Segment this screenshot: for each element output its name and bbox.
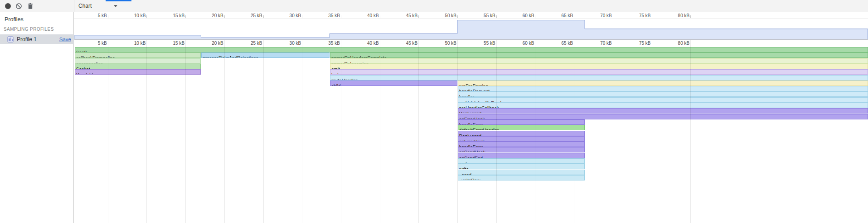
profile-icon: [7, 36, 14, 43]
flame-frame[interactable]: handler: [458, 91, 868, 97]
overview-skyline: [75, 20, 868, 39]
record-button[interactable]: [3, 1, 13, 11]
flame-frame[interactable]: _send: [458, 170, 585, 175]
clear-icon: [15, 3, 22, 9]
ruler-tick: [302, 15, 302, 18]
chart-ruler: [74, 40, 868, 47]
flame-frame[interactable]: onErrorHook: [458, 136, 585, 142]
flame-frame[interactable]: child: [330, 81, 457, 86]
overview-graph[interactable]: [0, 18, 868, 40]
trash-icon: [27, 3, 34, 9]
flame-frame-label: child: [330, 84, 341, 86]
save-profile-link[interactable]: Save: [59, 37, 71, 42]
ruler-tick: [224, 15, 225, 18]
flame-frame[interactable]: write_: [458, 164, 585, 169]
flame-frame-label: Readable.on: [75, 73, 102, 75]
ruler-tick: [146, 15, 147, 18]
sidebar-title: Profiles: [5, 16, 24, 23]
flame-frame-label: lookup: [330, 73, 344, 75]
flame-frame[interactable]: Readable.on: [75, 69, 201, 75]
ruler-tick: [535, 15, 535, 18]
ruler-tick: [574, 15, 574, 18]
flame-frame[interactable]: processTicksAndRejections: [201, 52, 330, 58]
flame-frame[interactable]: preValidationCallback: [458, 97, 868, 103]
flame-frame[interactable]: _writeRaw: [458, 175, 585, 180]
flame-frame[interactable]: Reply.send: [458, 108, 868, 114]
ruler-tick: [108, 15, 108, 18]
profiler-toolbar: Chart: [0, 0, 868, 12]
ruler-tick: [380, 15, 380, 18]
ruler-tick: [496, 15, 497, 18]
flame-frame[interactable]: end: [458, 158, 585, 164]
overview-ruler: [74, 12, 868, 18]
flame-frame[interactable]: defaultErrorHandler: [458, 125, 585, 130]
flame-frame[interactable]: callbackTrampoline: [75, 52, 201, 58]
top-accent-line: [106, 0, 131, 1]
chevron-down-icon: [114, 5, 117, 7]
chart-view-select[interactable]: Chart: [76, 1, 121, 10]
toolbar-divider: [74, 0, 74, 12]
flame-frame[interactable]: (root): [75, 47, 868, 52]
profiles-sidebar: Profiles SAMPLING PROFILES Profile 1 Sav…: [0, 12, 74, 223]
devtools-profiler-panel: 5 kB5 kB10 kB10 kB15 kB15 kB20 kB20 kB25…: [0, 0, 868, 223]
profile-name: Profile 1: [17, 36, 37, 43]
flame-frame[interactable]: Socket: [75, 64, 201, 69]
gridline: [224, 40, 225, 223]
ruler-tick: [185, 15, 186, 18]
flame-frame[interactable]: onSendHook: [458, 147, 585, 152]
flame-frame-label: processTicksAndRejections: [202, 56, 258, 58]
chart-view-select-value: Chart: [78, 3, 92, 9]
ruler-tick: [690, 15, 691, 18]
flame-frame[interactable]: parserOnIncoming: [330, 58, 868, 64]
ruler-tick: [418, 15, 419, 18]
delete-profile-button[interactable]: [25, 1, 35, 11]
sampling-profiles-header: SAMPLING PROFILES: [4, 27, 54, 32]
flame-frame[interactable]: handleError: [458, 119, 585, 125]
ruler-tick: [652, 15, 652, 18]
flame-frame[interactable]: routeHandler: [330, 75, 868, 81]
record-icon: [5, 3, 11, 9]
flame-frame-label: onSendEnd: [458, 156, 483, 158]
flame-frame-label: preValidationCallback: [458, 100, 503, 103]
flame-frame-label: _writeRaw: [458, 178, 480, 180]
profile-item[interactable]: Profile 1 Save: [0, 34, 74, 44]
flame-frame[interactable]: Reply.send: [458, 131, 585, 136]
flame-frame[interactable]: lookup: [330, 69, 868, 75]
gridline: [263, 40, 264, 223]
flame-frame[interactable]: runPreParsing: [458, 81, 868, 86]
ruler-tick: [341, 15, 341, 18]
flame-frame[interactable]: emit: [330, 64, 868, 69]
ruler-tick: [613, 15, 613, 18]
gridline: [302, 40, 302, 223]
flame-frame[interactable]: parserOnHeadersComplete: [330, 52, 868, 58]
clear-profiles-button[interactable]: [14, 1, 24, 11]
flame-frame[interactable]: handleRequest: [458, 86, 868, 91]
divider: [74, 18, 868, 19]
flame-frame[interactable]: onErrorHook: [458, 114, 868, 119]
flame-frame[interactable]: preHandlerCallback: [458, 103, 868, 108]
flame-frame[interactable]: onSendEnd: [458, 153, 585, 158]
ruler-tick: [457, 15, 458, 18]
ruler-tick: [263, 15, 264, 18]
flame-frame[interactable]: handleError: [458, 142, 585, 147]
flame-chart: 5 kB5 kB10 kB10 kB15 kB15 kB20 kB20 kB25…: [0, 0, 868, 223]
flame-frame-label: defaultErrorHandler: [458, 128, 499, 131]
flame-frame[interactable]: onconnection: [75, 58, 201, 64]
